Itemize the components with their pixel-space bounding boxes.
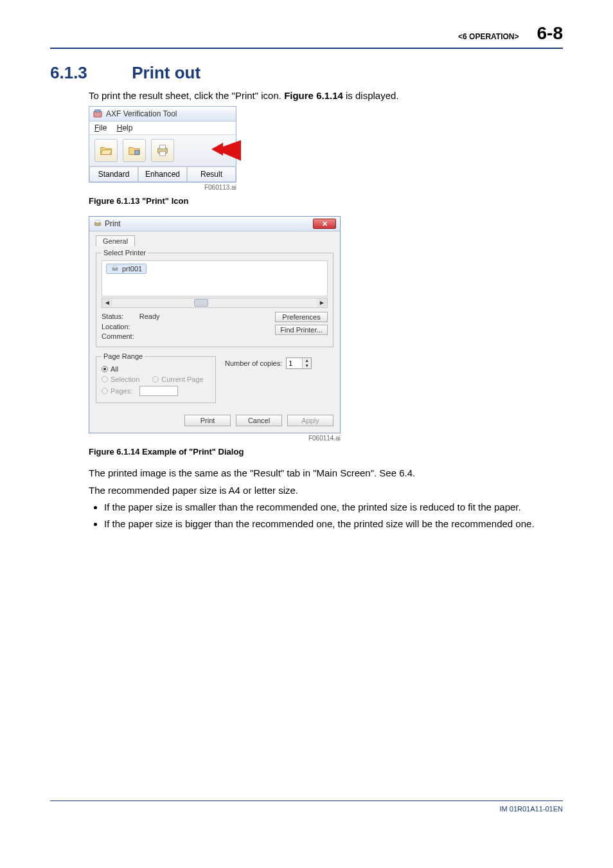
copies-spinner[interactable]: ▲▼ <box>286 357 312 369</box>
find-printer-button[interactable]: Find Printer... <box>275 325 328 335</box>
page-range-legend: Page Range <box>102 352 145 360</box>
folder-open-icon <box>99 143 113 158</box>
tab-result[interactable]: Result <box>187 167 236 182</box>
app-icon <box>93 109 102 118</box>
cancel-button[interactable]: Cancel <box>236 415 282 426</box>
print-dialog-title: Print <box>105 219 121 228</box>
scroll-left-icon[interactable]: ◄ <box>102 298 112 307</box>
print-button[interactable] <box>151 139 174 162</box>
print-dialog-titlebar: Print ✕ <box>89 217 340 231</box>
section-title-text: Print out <box>132 63 200 82</box>
axf-title: AXF Verification Tool <box>106 109 177 118</box>
copies-row: Number of copies: ▲▼ <box>225 357 333 369</box>
callout-arrow-icon <box>211 140 241 161</box>
svg-rect-4 <box>159 145 165 149</box>
svg-marker-6 <box>211 140 241 161</box>
axf-tabs: Standard Enhanced Result <box>89 167 236 182</box>
tab-general[interactable]: General <box>96 235 135 246</box>
bullet-smaller-paper: If the paper size is smaller than the re… <box>104 501 563 514</box>
tab-enhanced[interactable]: Enhanced <box>138 167 187 182</box>
apply-button: Apply <box>287 415 333 426</box>
page-footer: IM 01R01A11-01EN <box>50 800 563 813</box>
radio-selection: Selection <box>102 375 139 383</box>
svg-rect-8 <box>96 221 100 223</box>
svg-rect-10 <box>114 266 117 268</box>
select-printer-group: Select Printer prt001 ◄ ► <box>96 249 333 347</box>
select-printer-legend: Select Printer <box>102 249 148 257</box>
print-dialog: Print ✕ General Select Printer prt001 ◄ <box>89 216 341 433</box>
fig2-caption: Figure 6.1.14 Example of "Print" Dialog <box>89 447 563 457</box>
page-range-group: Page Range All Selection Current Page Pa… <box>96 352 216 403</box>
axf-toolbar <box>89 135 236 167</box>
intro-paragraph: To print the result sheet, click the "Pr… <box>89 89 563 102</box>
open-button[interactable] <box>94 139 118 162</box>
radio-current-page: Current Page <box>152 375 203 383</box>
fig1-source-tag: F060113.ai <box>89 184 236 191</box>
page-header: <6 OPERATION> 6-8 <box>50 23 563 49</box>
svg-rect-1 <box>95 110 100 112</box>
scroll-right-icon[interactable]: ► <box>317 298 327 307</box>
save-button[interactable] <box>123 139 146 162</box>
axf-titlebar: AXF Verification Tool <box>89 107 236 122</box>
printer-list-scrollbar[interactable]: ◄ ► <box>102 298 328 308</box>
section-heading: 6.1.3 Print out <box>50 63 563 83</box>
copies-label: Number of copies: <box>225 359 282 367</box>
radio-all[interactable]: All <box>102 365 210 373</box>
spin-down-icon[interactable]: ▼ <box>302 363 311 368</box>
spin-up-icon[interactable]: ▲ <box>302 358 311 363</box>
header-page-number: 6-8 <box>537 23 563 44</box>
printer-status-block: Status: Ready Location: Comment: <box>102 312 160 341</box>
copies-input[interactable] <box>287 359 302 367</box>
folder-save-icon <box>127 143 141 158</box>
pages-input <box>139 386 178 396</box>
axf-menubar: File Help <box>89 122 236 135</box>
axf-tool-window: AXF Verification Tool File Help Standa <box>89 106 236 183</box>
printer-item[interactable]: prt001 <box>106 264 147 274</box>
printer-icon <box>111 265 120 273</box>
section-number: 6.1.3 <box>50 63 127 83</box>
bullet-bigger-paper: If the paper size is bigger than the rec… <box>104 518 563 530</box>
printer-icon <box>155 143 170 158</box>
print-button[interactable]: Print <box>184 415 231 426</box>
radio-pages: Pages: <box>102 386 210 396</box>
paragraph-paper-note: The recommended paper size is A4 or lett… <box>89 484 563 497</box>
svg-rect-5 <box>159 152 165 156</box>
header-section: <6 OPERATION> <box>458 32 519 41</box>
tab-standard[interactable]: Standard <box>89 167 138 182</box>
close-button[interactable]: ✕ <box>313 219 336 229</box>
printer-list[interactable]: prt001 <box>102 260 328 296</box>
svg-rect-2 <box>135 150 139 154</box>
scroll-thumb[interactable] <box>194 299 208 307</box>
fig2-source-tag: F060114.ai <box>89 435 341 442</box>
printer-icon <box>93 219 102 228</box>
menu-file[interactable]: File <box>94 123 107 132</box>
preferences-button[interactable]: Preferences <box>275 312 328 322</box>
fig1-caption: Figure 6.1.13 "Print" Icon <box>89 196 563 206</box>
paragraph-result-note: The printed image is the same as the "Re… <box>89 467 563 480</box>
menu-help[interactable]: Help <box>117 123 133 132</box>
printer-item-label: prt001 <box>122 265 142 273</box>
